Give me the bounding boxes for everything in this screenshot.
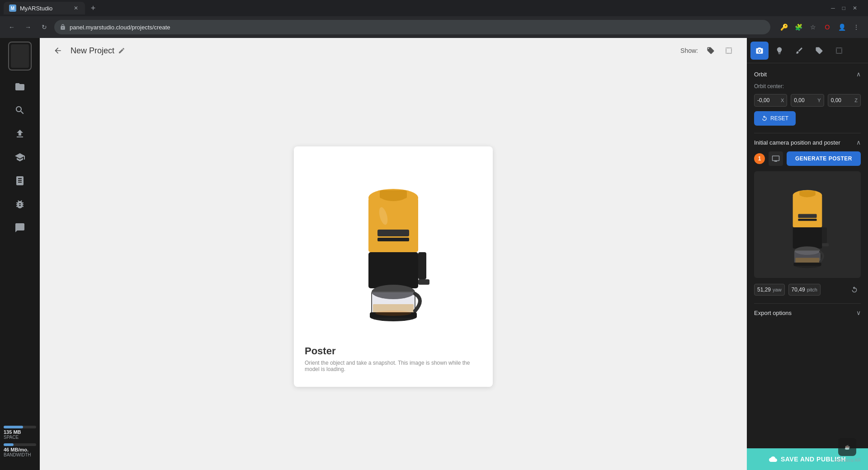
- tab-tag[interactable]: [810, 42, 828, 60]
- section-divider-2: [754, 303, 861, 304]
- svg-rect-1: [368, 198, 418, 252]
- address-bar: ← → ↻ panel.myarstudio.cloud/projects/cr…: [0, 16, 868, 38]
- svg-rect-20: [799, 191, 815, 196]
- sidebar-item-learn[interactable]: [9, 146, 31, 168]
- close-button[interactable]: ✕: [851, 3, 859, 13]
- tab-settings[interactable]: [830, 42, 848, 60]
- new-tab-button[interactable]: +: [87, 2, 99, 14]
- orbit-title: Orbit: [754, 71, 767, 78]
- back-button[interactable]: [51, 43, 65, 58]
- z-value: 0,00: [831, 97, 853, 103]
- show-label: Show:: [680, 47, 698, 54]
- back-nav-button[interactable]: ←: [5, 21, 18, 33]
- yaw-label: yaw: [773, 287, 782, 292]
- svg-rect-23: [793, 227, 822, 249]
- tab-paint[interactable]: [790, 42, 808, 60]
- yaw-input[interactable]: 51,29 yaw: [754, 284, 785, 296]
- bandwidth-label: BANDWIDTH: [4, 452, 36, 457]
- camera-values-row: 51,29 yaw 70,49 pitch: [754, 283, 861, 296]
- export-collapse-icon[interactable]: ∨: [856, 309, 861, 316]
- edit-icon[interactable]: [118, 47, 125, 54]
- svg-rect-3: [380, 190, 407, 198]
- sidebar-stats: 135 MB SPACE 46 MB/mo. BANDWIDTH: [0, 420, 40, 466]
- bandwidth-bar-fill: [4, 443, 14, 446]
- bookmark-button[interactable]: ☆: [807, 21, 819, 33]
- y-coord-input[interactable]: 0,00 Y: [791, 94, 824, 107]
- tab-bar: M MyARStudio ✕ + ─ □ ✕: [0, 0, 868, 16]
- sidebar-item-search[interactable]: [9, 99, 31, 121]
- space-bar-bg: [4, 426, 36, 428]
- gen-poster-row: 1 GENERATE POSTER: [754, 151, 861, 166]
- left-sidebar: 135 MB SPACE 46 MB/mo. BANDWIDTH: [0, 38, 40, 470]
- space-value: 135 MB: [4, 429, 36, 435]
- reset-button[interactable]: RESET: [754, 111, 796, 126]
- svg-rect-18: [793, 195, 822, 227]
- tag-show-button[interactable]: [703, 43, 718, 58]
- orbit-collapse-icon[interactable]: ∧: [856, 70, 861, 78]
- poster-preview-image: [771, 179, 844, 270]
- reset-icon: [761, 115, 768, 122]
- key-icon[interactable]: 🔑: [778, 21, 790, 33]
- panel-content: Orbit ∧ Orbit center: -0,00 X 0,00 Y 0,0…: [747, 63, 868, 448]
- generate-poster-button[interactable]: GENERATE POSTER: [787, 151, 861, 166]
- minimize-button[interactable]: ─: [829, 3, 837, 13]
- maximize-button[interactable]: □: [840, 3, 847, 13]
- svg-rect-22: [798, 219, 816, 221]
- svg-rect-25: [822, 243, 829, 246]
- sidebar-item-chat[interactable]: [9, 217, 31, 239]
- camera-title: Initial camera position and poster: [754, 139, 840, 146]
- space-label: SPACE: [4, 435, 36, 440]
- sidebar-item-folder[interactable]: [9, 76, 31, 98]
- poster-card: Poster Orient the object and take a snap…: [294, 146, 493, 387]
- project-title: New Project: [71, 46, 125, 56]
- url-text: panel.myarstudio.cloud/projects/create: [70, 24, 170, 31]
- export-section-header[interactable]: Export options ∨: [754, 309, 861, 316]
- forward-nav-button[interactable]: →: [22, 21, 34, 33]
- menu-button[interactable]: ⋮: [850, 21, 863, 33]
- active-tab[interactable]: M MyARStudio ✕: [4, 2, 85, 14]
- camera-reset-button[interactable]: [848, 283, 861, 296]
- window-controls: ─ □ ✕: [829, 3, 864, 13]
- canvas-area: Poster Orient the object and take a snap…: [40, 63, 747, 470]
- browser-actions: 🔑 🧩 ☆ O 👤 ⋮: [778, 21, 863, 33]
- camera-collapse-icon[interactable]: ∧: [856, 139, 861, 146]
- opera-icon[interactable]: O: [821, 21, 834, 33]
- y-value: 0,00: [794, 97, 816, 103]
- reload-button[interactable]: ↻: [38, 21, 51, 33]
- pitch-value: 70,49: [792, 287, 805, 293]
- pitch-input[interactable]: 70,49 pitch: [788, 284, 821, 296]
- profile-button[interactable]: 👤: [835, 21, 848, 33]
- tab-camera[interactable]: [750, 42, 769, 60]
- x-axis: X: [781, 98, 784, 103]
- cloud-icon: [769, 455, 777, 463]
- svg-rect-31: [793, 263, 821, 266]
- orbit-section-header[interactable]: Orbit ∧: [754, 70, 861, 78]
- poster-image-container: [305, 157, 482, 338]
- poster-description: Orient the object and take a snapshot. T…: [305, 360, 482, 372]
- content-topbar: New Project Show:: [40, 38, 747, 63]
- sidebar-item-bug[interactable]: [9, 193, 31, 215]
- url-bar[interactable]: panel.myarstudio.cloud/projects/create: [54, 20, 770, 34]
- sidebar-item-book[interactable]: [9, 170, 31, 192]
- extensions-button[interactable]: 🧩: [792, 21, 805, 33]
- poster-preview: [754, 171, 861, 278]
- tab-light[interactable]: [770, 42, 788, 60]
- grid-show-button[interactable]: [722, 43, 736, 58]
- coffee-maker-illustration: [344, 171, 443, 324]
- x-coord-input[interactable]: -0,00 X: [754, 94, 787, 107]
- sidebar-item-upload[interactable]: [9, 123, 31, 145]
- tab-close-button[interactable]: ✕: [72, 5, 80, 12]
- export-title: Export options: [754, 310, 792, 316]
- watermark-icon: ☕: [838, 438, 856, 456]
- svg-point-15: [375, 310, 411, 316]
- z-coord-input[interactable]: 0,00 Z: [828, 94, 861, 107]
- svg-rect-21: [798, 214, 816, 218]
- device-screen: [11, 44, 29, 68]
- tab-favicon: M: [9, 5, 16, 12]
- lock-icon: [60, 24, 66, 30]
- export-section: Export options ∨: [754, 309, 861, 316]
- svg-rect-6: [368, 252, 418, 288]
- y-axis: Y: [817, 98, 821, 103]
- svg-rect-4: [377, 230, 409, 236]
- camera-section-header[interactable]: Initial camera position and poster ∧: [754, 139, 861, 146]
